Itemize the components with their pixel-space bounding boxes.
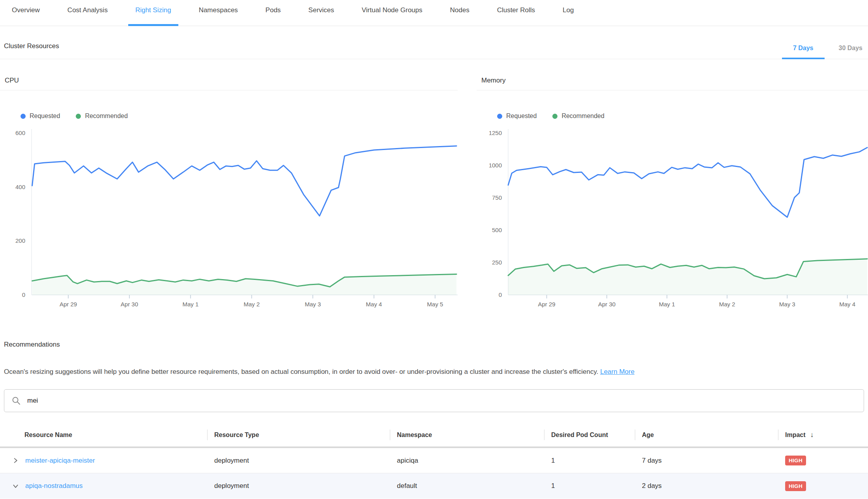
legend-item-recommended: Recommended [552, 113, 604, 120]
svg-text:600: 600 [15, 129, 25, 136]
tab-cost-analysis[interactable]: Cost Analysis [60, 0, 115, 26]
chevron-down-icon[interactable] [11, 482, 20, 490]
search-input[interactable] [27, 397, 857, 405]
requested-dot-icon [21, 114, 26, 119]
tab-services[interactable]: Services [301, 0, 341, 26]
legend-item-requested: Requested [21, 113, 60, 120]
memory-chart-legend: Requested Recommended [497, 113, 868, 120]
cluster-resources-title: Cluster Resources [4, 42, 59, 59]
recommended-dot-icon [552, 114, 557, 119]
column-header-namespace[interactable]: Namespace [390, 423, 544, 446]
cpu-line-chart: 0200400600Apr 29Apr 30May 1May 2May 3May… [0, 124, 458, 310]
learn-more-link[interactable]: Learn More [600, 368, 634, 375]
time-range-toggle: 7 Days 30 Days [773, 45, 868, 59]
svg-text:May 3: May 3 [779, 301, 795, 308]
column-header-resource-type[interactable]: Resource Type [207, 423, 390, 446]
svg-text:May 5: May 5 [427, 301, 443, 308]
tab-cluster-rolls[interactable]: Cluster Rolls [490, 0, 542, 26]
age-cell: 2 days [635, 482, 778, 490]
cpu-chart-title: CPU [0, 59, 458, 90]
main-tab-bar: Overview Cost Analysis Right Sizing Name… [0, 0, 868, 26]
svg-text:May 2: May 2 [719, 301, 735, 308]
svg-text:0: 0 [499, 291, 502, 298]
resource-name-link[interactable]: apiqa-nostradamus [25, 482, 83, 490]
namespace-cell: default [390, 482, 544, 490]
recommendations-search[interactable] [4, 389, 864, 412]
svg-text:1250: 1250 [489, 129, 502, 136]
svg-text:May 2: May 2 [243, 301, 260, 308]
recommendations-description-text: Ocean's resizing suggestions will help y… [4, 368, 598, 375]
svg-text:May 3: May 3 [305, 301, 321, 308]
tab-right-sizing[interactable]: Right Sizing [128, 0, 178, 26]
cluster-resources-header: Cluster Resources 7 Days 30 Days [0, 26, 868, 59]
search-icon [11, 396, 21, 405]
time-range-7-days[interactable]: 7 Days [788, 45, 819, 59]
cpu-chart-panel: CPU Requested Recommended 0200400600Apr … [0, 59, 458, 310]
tab-virtual-node-groups[interactable]: Virtual Node Groups [355, 0, 430, 26]
svg-text:Apr 30: Apr 30 [121, 301, 138, 308]
svg-text:Apr 30: Apr 30 [598, 301, 615, 308]
tab-nodes[interactable]: Nodes [443, 0, 477, 26]
tab-pods[interactable]: Pods [258, 0, 288, 26]
sort-descending-icon[interactable]: ↓ [810, 431, 814, 439]
svg-text:200: 200 [15, 237, 25, 244]
column-header-resource-name[interactable]: Resource Name [0, 423, 207, 446]
svg-text:May 4: May 4 [839, 301, 855, 308]
column-header-age[interactable]: Age [635, 423, 778, 446]
namespace-cell: apiciqa [390, 457, 544, 465]
svg-text:400: 400 [15, 184, 25, 190]
impact-header-label: Impact [785, 431, 806, 439]
desired-pod-count-cell: 1 [544, 482, 635, 490]
column-header-desired-pod-count[interactable]: Desired Pod Count [544, 423, 635, 446]
requested-dot-icon [497, 114, 502, 119]
tab-namespaces[interactable]: Namespaces [192, 0, 245, 26]
table-header-row: Resource Name Resource Type Namespace De… [0, 423, 868, 448]
age-cell: 7 days [635, 457, 778, 465]
svg-text:Apr 29: Apr 29 [538, 301, 555, 308]
resource-name-link[interactable]: meister-apiciqa-meister [25, 457, 95, 465]
recommendations-title: Recommendations [4, 341, 868, 349]
impact-badge-high: HIGH [785, 481, 806, 491]
legend-label: Requested [506, 113, 537, 120]
tab-log[interactable]: Log [556, 0, 581, 26]
legend-label: Recommended [561, 113, 604, 120]
svg-text:Apr 29: Apr 29 [60, 301, 77, 308]
resource-type-cell: deployment [207, 457, 390, 465]
legend-item-requested: Requested [497, 113, 537, 120]
desired-pod-count-cell: 1 [544, 457, 635, 465]
resource-type-cell: deployment [207, 482, 390, 490]
time-range-30-days[interactable]: 30 Days [833, 45, 868, 59]
table-row[interactable]: meister-apiciqa-meister deployment apici… [0, 448, 868, 473]
memory-chart-title: Memory [477, 59, 868, 90]
legend-label: Recommended [85, 113, 128, 120]
legend-label: Requested [30, 113, 60, 120]
impact-badge-high: HIGH [785, 456, 806, 465]
recommendations-table: Resource Name Resource Type Namespace De… [0, 423, 868, 499]
tab-overview[interactable]: Overview [5, 0, 47, 26]
svg-text:May 1: May 1 [659, 301, 675, 308]
svg-text:250: 250 [492, 259, 502, 266]
recommendations-description: Ocean's resizing suggestions will help y… [4, 368, 868, 376]
svg-text:May 4: May 4 [366, 301, 382, 308]
recommended-dot-icon [76, 114, 81, 119]
cpu-chart-legend: Requested Recommended [21, 113, 458, 120]
svg-text:750: 750 [492, 194, 502, 201]
svg-text:500: 500 [492, 227, 502, 233]
svg-text:0: 0 [22, 291, 25, 298]
legend-item-recommended: Recommended [76, 113, 128, 120]
memory-line-chart: 025050075010001250Apr 29Apr 30May 1May 2… [477, 124, 868, 310]
chevron-right-icon[interactable] [11, 456, 20, 465]
table-row[interactable]: apiqa-nostradamus deployment default 1 2… [0, 473, 868, 499]
svg-text:May 1: May 1 [182, 301, 198, 308]
column-header-impact[interactable]: Impact ↓ [778, 423, 868, 446]
svg-text:1000: 1000 [489, 162, 502, 169]
memory-chart-panel: Memory Requested Recommended 02505007501… [477, 59, 868, 310]
